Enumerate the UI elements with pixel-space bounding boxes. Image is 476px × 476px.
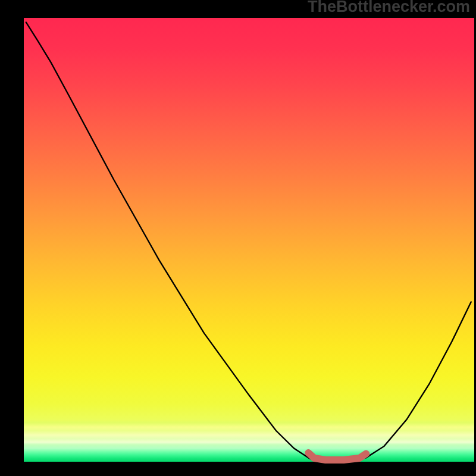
chart-svg	[0, 0, 476, 476]
chart-container: TheBottlenecker.com	[0, 0, 476, 476]
watermark-text: TheBottlenecker.com	[308, 0, 470, 16]
